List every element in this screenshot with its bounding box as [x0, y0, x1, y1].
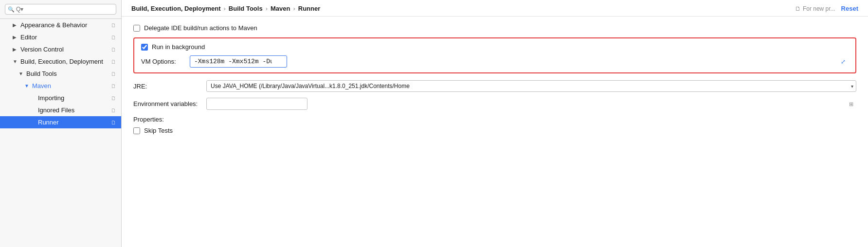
skip-tests-checkbox[interactable]	[133, 127, 140, 134]
breadcrumb-actions: 🗋 For new pr... Reset	[795, 5, 858, 12]
jre-label: JRE:	[133, 83, 201, 90]
collapse-arrow-editor: ▶	[13, 35, 19, 40]
skip-tests-label: Skip Tests	[144, 127, 173, 134]
delegate-checkbox-row: Delegate IDE build/run actions to Maven	[133, 24, 856, 32]
breadcrumb-part-1: Build, Execution, Deployment	[131, 5, 220, 12]
sidebar-item-importing[interactable]: Importing 🗋	[0, 92, 121, 104]
sidebar-item-version-control[interactable]: ▶ Version Control 🗋	[0, 43, 121, 55]
reset-button[interactable]: Reset	[841, 5, 858, 12]
search-bar: 🔍	[0, 0, 121, 19]
expand-icon: ⤢	[841, 58, 846, 65]
sidebar-item-build-execution[interactable]: ▼ Build, Execution, Deployment 🗋	[0, 55, 121, 68]
sidebar-item-maven[interactable]: ▼ Maven 🗋	[0, 80, 121, 92]
jre-row: JRE: Use JAVA_HOME (/Library/Java/JavaVi…	[133, 80, 856, 92]
run-in-background-label: Run in background	[152, 43, 205, 51]
page-icon-maven: 🗋	[111, 83, 116, 89]
delegate-checkbox[interactable]	[133, 25, 140, 32]
breadcrumb-bar: Build, Execution, Deployment › Build Too…	[122, 0, 868, 17]
page-icon-build-execution: 🗋	[111, 59, 116, 65]
sidebar-item-ignored-files[interactable]: Ignored Files 🗋	[0, 104, 121, 116]
page-icon-editor: 🗋	[111, 35, 116, 40]
sidebar-item-label: Maven	[32, 82, 109, 89]
breadcrumb: Build, Execution, Deployment › Build Too…	[131, 5, 320, 12]
breadcrumb-part-2: Build Tools	[229, 5, 263, 12]
skip-tests-row: Skip Tests	[133, 127, 856, 134]
vm-options-row: VM Options: ⤢	[141, 55, 849, 68]
properties-label: Properties:	[133, 116, 856, 123]
run-in-background-checkbox[interactable]	[141, 44, 148, 51]
collapse-arrow-appearance: ▶	[13, 22, 19, 28]
delegate-checkbox-label: Delegate IDE build/run actions to Maven	[144, 24, 257, 32]
page-icon-version-control: 🗋	[111, 47, 116, 53]
vm-options-input[interactable]	[190, 55, 287, 68]
page-icon-appearance: 🗋	[111, 22, 116, 28]
breadcrumb-part-3: Maven	[271, 5, 290, 12]
breadcrumb-sep-1: ›	[223, 5, 225, 12]
page-icon-ignored-files: 🗋	[111, 107, 116, 113]
sidebar-item-label: Build Tools	[26, 70, 109, 77]
breadcrumb-part-4: Runner	[298, 5, 321, 12]
vm-options-label: VM Options:	[141, 58, 185, 65]
vm-input-wrapper: ⤢	[190, 55, 849, 68]
jre-select[interactable]: Use JAVA_HOME (/Library/Java/JavaVirtual…	[206, 80, 856, 92]
page-icon-importing: 🗋	[111, 95, 116, 101]
env-variables-input[interactable]	[206, 98, 307, 110]
sidebar-item-label: Build, Execution, Deployment	[20, 58, 109, 65]
collapse-arrow-version-control: ▶	[13, 47, 19, 52]
env-variables-label: Environment variables:	[133, 100, 201, 107]
sidebar: 🔍 ▶ Appearance & Behavior 🗋 ▶ Editor 🗋 ▶…	[0, 0, 122, 247]
search-input-wrapper: 🔍	[5, 4, 116, 15]
sidebar-item-label: Runner	[38, 119, 109, 126]
env-input-wrapper: ⊞	[206, 98, 856, 110]
breadcrumb-sep-3: ›	[293, 5, 295, 12]
sidebar-item-label: Ignored Files	[38, 106, 109, 114]
jre-select-wrapper: Use JAVA_HOME (/Library/Java/JavaVirtual…	[206, 80, 856, 92]
for-new-pr-label: 🗋 For new pr...	[795, 5, 835, 12]
for-new-pr-icon: 🗋	[795, 5, 801, 12]
main-content: Build, Execution, Deployment › Build Too…	[122, 0, 868, 247]
sidebar-item-label: Editor	[20, 34, 109, 41]
settings-panel: Delegate IDE build/run actions to Maven …	[122, 17, 868, 247]
page-icon-runner: 🗋	[111, 120, 116, 125]
sidebar-item-runner[interactable]: Runner 🗋	[0, 116, 121, 128]
env-variables-row: Environment variables: ⊞	[133, 98, 856, 110]
sidebar-item-build-tools[interactable]: ▼ Build Tools 🗋	[0, 68, 121, 80]
collapse-arrow-maven: ▼	[24, 83, 31, 88]
page-icon-build-tools: 🗋	[111, 71, 116, 77]
breadcrumb-sep-2: ›	[266, 5, 268, 12]
search-input[interactable]	[5, 4, 116, 15]
sidebar-item-label: Version Control	[20, 46, 109, 53]
sidebar-item-editor[interactable]: ▶ Editor 🗋	[0, 31, 121, 43]
collapse-arrow-build-execution: ▼	[13, 59, 19, 64]
sidebar-item-appearance-behavior[interactable]: ▶ Appearance & Behavior 🗋	[0, 19, 121, 31]
sidebar-item-label: Appearance & Behavior	[20, 21, 109, 29]
search-icon: 🔍	[8, 6, 15, 13]
copy-icon: ⊞	[849, 101, 853, 107]
run-in-background-row: Run in background	[141, 43, 849, 51]
collapse-arrow-build-tools: ▼	[18, 71, 25, 76]
sidebar-item-label: Importing	[38, 94, 109, 102]
highlighted-section: Run in background VM Options: ⤢	[133, 37, 856, 73]
